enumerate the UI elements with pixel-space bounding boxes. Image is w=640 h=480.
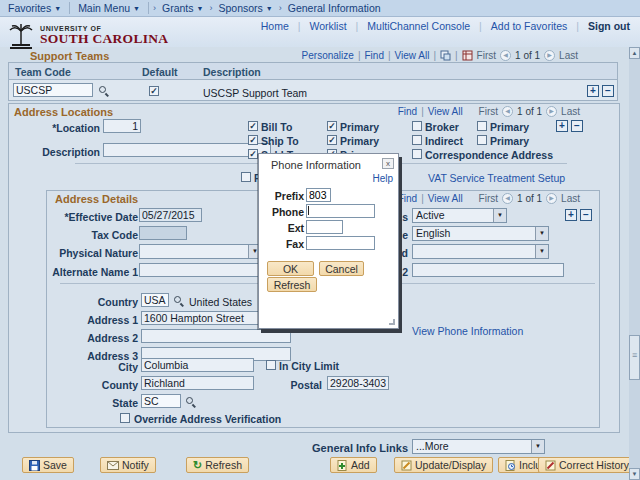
find-link[interactable]: Find bbox=[398, 106, 417, 117]
scrollbar-thumb[interactable] bbox=[629, 335, 640, 380]
alternate-name2-input[interactable] bbox=[412, 263, 564, 277]
chevron-down-icon: ▼ bbox=[197, 5, 204, 12]
notify-label: Notify bbox=[122, 459, 149, 471]
in-city-limit-checkbox[interactable] bbox=[266, 360, 276, 370]
indirect-checkbox[interactable] bbox=[412, 135, 422, 145]
zoom-grid-icon[interactable] bbox=[440, 50, 451, 61]
multichannel-console-link[interactable]: MultiChannel Console bbox=[367, 20, 470, 32]
country-input[interactable] bbox=[141, 293, 169, 307]
correspondence-address-checkbox[interactable] bbox=[412, 149, 422, 159]
default-checkbox[interactable] bbox=[149, 86, 159, 96]
description-input[interactable] bbox=[103, 143, 271, 157]
view-all-link[interactable]: View All bbox=[428, 193, 463, 204]
team-code-input[interactable] bbox=[13, 83, 93, 97]
find-link[interactable]: Find bbox=[364, 50, 383, 61]
view-all-link[interactable]: View All bbox=[428, 106, 463, 117]
view-phone-information-link[interactable]: View Phone Information bbox=[412, 325, 523, 337]
delete-row-button[interactable]: − bbox=[602, 85, 614, 97]
add-location-button[interactable]: + bbox=[556, 120, 568, 132]
resize-handle-icon[interactable] bbox=[389, 319, 395, 325]
close-icon[interactable]: x bbox=[382, 158, 394, 169]
home-link[interactable]: Home bbox=[261, 20, 289, 32]
ship-to-checkbox[interactable] bbox=[248, 135, 258, 145]
partial-checkbox[interactable] bbox=[241, 172, 251, 182]
pager-last[interactable]: Last bbox=[559, 50, 578, 61]
pager-first[interactable]: First bbox=[477, 50, 496, 61]
physical-nature-select[interactable]: ▼ bbox=[139, 244, 262, 259]
add-button[interactable]: Add bbox=[330, 457, 377, 473]
county-label: County bbox=[48, 379, 138, 391]
postal-input[interactable] bbox=[327, 376, 389, 390]
breadcrumb-grants[interactable]: Grants ▼ bbox=[160, 0, 205, 16]
address-locations-pager: First ◀ 1 of 1 ▶ Last bbox=[479, 106, 580, 117]
add-to-favorites-link[interactable]: Add to Favorites bbox=[491, 20, 567, 32]
pager-next-icon[interactable]: ▶ bbox=[544, 50, 555, 61]
pager-first[interactable]: First bbox=[479, 193, 498, 204]
download-grid-icon[interactable] bbox=[462, 50, 473, 61]
pager-first[interactable]: First bbox=[479, 106, 498, 117]
pager-prev-icon[interactable]: ◀ bbox=[500, 50, 511, 61]
prefix-input[interactable] bbox=[306, 188, 331, 202]
find-link[interactable]: Find bbox=[398, 193, 417, 204]
refresh-button[interactable]: ↻ Refresh bbox=[186, 457, 249, 473]
state-input[interactable] bbox=[141, 394, 181, 408]
county-input[interactable] bbox=[141, 376, 254, 390]
fax-input[interactable] bbox=[306, 236, 375, 250]
pager-prev-icon[interactable]: ◀ bbox=[502, 193, 513, 204]
primary-indirect-checkbox[interactable] bbox=[477, 135, 487, 145]
correct-history-button[interactable]: Correct History bbox=[538, 457, 636, 473]
override-address-verification-checkbox[interactable] bbox=[120, 413, 130, 423]
main-menu[interactable]: Main Menu ▼ bbox=[70, 0, 148, 16]
personalize-link[interactable]: Personalize bbox=[302, 50, 354, 61]
vat-service-treatment-setup-link[interactable]: VAT Service Treatment Setup bbox=[428, 172, 565, 184]
team-code-lookup-icon[interactable] bbox=[99, 86, 106, 93]
bill-to-checkbox[interactable] bbox=[248, 121, 258, 131]
add-row-button[interactable]: + bbox=[587, 85, 599, 97]
primary-bill-checkbox[interactable] bbox=[327, 121, 337, 131]
language-code-select[interactable]: English▼ bbox=[412, 226, 549, 241]
pager-prev-icon[interactable]: ◀ bbox=[502, 106, 513, 117]
divider: | bbox=[576, 20, 579, 32]
scroll-up-icon[interactable]: ▲ bbox=[629, 47, 640, 59]
sold-to-checkbox[interactable] bbox=[248, 149, 258, 159]
ok-button[interactable]: OK bbox=[267, 261, 314, 276]
broker-checkbox[interactable] bbox=[412, 121, 422, 131]
pager-position: 1 of 1 bbox=[517, 193, 542, 204]
scroll-down-icon[interactable]: ▼ bbox=[629, 468, 640, 480]
sign-out-link[interactable]: Sign out bbox=[588, 20, 630, 32]
save-button[interactable]: Save bbox=[22, 457, 74, 473]
ext-input[interactable] bbox=[306, 220, 343, 234]
pager-next-icon[interactable]: ▶ bbox=[546, 106, 557, 117]
city-input[interactable] bbox=[141, 358, 254, 372]
state-lookup-icon[interactable] bbox=[186, 397, 193, 404]
update-display-button[interactable]: Update/Display bbox=[394, 457, 493, 473]
status-select[interactable]: Active▼ bbox=[412, 208, 507, 223]
primary-ship-checkbox[interactable] bbox=[327, 135, 337, 145]
delete-location-button[interactable]: − bbox=[571, 120, 583, 132]
help-link[interactable]: Help bbox=[372, 173, 393, 184]
add-address-detail-button[interactable]: + bbox=[565, 209, 577, 221]
delete-address-detail-button[interactable]: − bbox=[580, 209, 592, 221]
location-input[interactable] bbox=[103, 119, 141, 133]
favorites-menu[interactable]: Favorites ▼ bbox=[0, 0, 69, 16]
modal-refresh-button[interactable]: Refresh bbox=[267, 277, 317, 292]
address2-input[interactable] bbox=[141, 329, 291, 343]
phone-input[interactable] bbox=[306, 204, 375, 218]
vertical-scrollbar[interactable]: ▲ ▼ bbox=[629, 47, 640, 480]
pager-last[interactable]: Last bbox=[561, 106, 580, 117]
pager-next-icon[interactable]: ▶ bbox=[546, 193, 557, 204]
pager-last[interactable]: Last bbox=[561, 193, 580, 204]
cancel-button[interactable]: Cancel bbox=[319, 261, 364, 276]
primary-broker-checkbox[interactable] bbox=[477, 121, 487, 131]
effective-date-input[interactable] bbox=[139, 208, 202, 222]
where-performed-select[interactable]: ▼ bbox=[412, 244, 549, 259]
worklist-link[interactable]: Worklist bbox=[309, 20, 346, 32]
col-description: Description bbox=[203, 66, 261, 78]
general-info-links-select[interactable]: ...More▼ bbox=[412, 439, 545, 454]
country-lookup-icon[interactable] bbox=[174, 296, 181, 303]
breadcrumb-general-information[interactable]: General Information bbox=[286, 0, 383, 16]
notify-button[interactable]: Notify bbox=[100, 457, 156, 473]
header-links: Home | Worklist | MultiChannel Console |… bbox=[261, 20, 630, 32]
breadcrumb-sponsors[interactable]: Sponsors ▼ bbox=[216, 0, 274, 16]
view-all-link[interactable]: View All bbox=[395, 50, 430, 61]
